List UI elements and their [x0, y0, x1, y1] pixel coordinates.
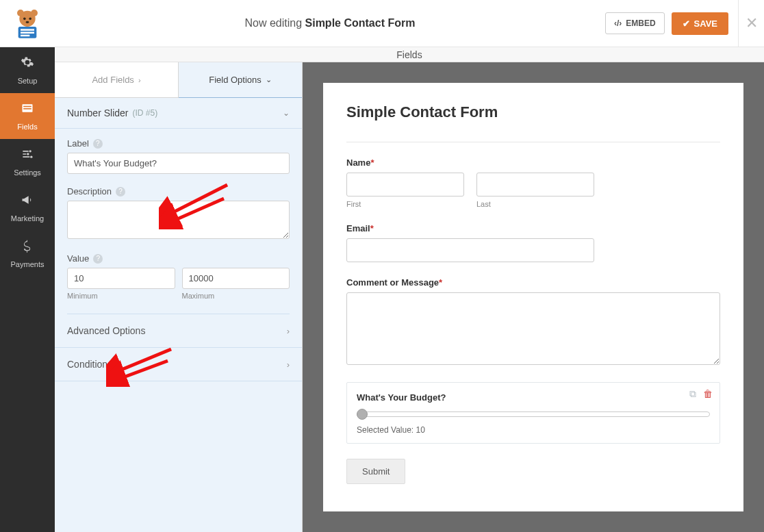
chevron-right-icon: › — [287, 359, 290, 370]
tab-field-options[interactable]: Field Options ⌄ — [179, 62, 302, 98]
last-name-input[interactable] — [476, 173, 594, 197]
chevron-right-icon: › — [287, 326, 290, 336]
help-icon[interactable]: ? — [93, 139, 103, 149]
preview-form-title: Simple Contact Form — [346, 103, 720, 121]
svg-rect-9 — [21, 35, 29, 37]
code-icon: ‹/› — [614, 18, 622, 28]
label-text: Value — [67, 253, 89, 264]
dollar-icon — [21, 239, 34, 256]
svg-rect-7 — [21, 29, 34, 31]
svg-point-13 — [29, 150, 31, 152]
last-sublabel: Last — [476, 200, 594, 208]
sidebar-item-settings[interactable]: Settings — [0, 139, 55, 185]
value-field-group: Value ? Minimum Maximum — [55, 244, 302, 303]
save-label: SAVE — [694, 18, 717, 29]
fields-header: Fields — [55, 47, 764, 62]
email-field[interactable]: Email* — [346, 223, 720, 262]
slider-selected-value: Selected Value: 10 — [357, 425, 710, 435]
chevron-down-icon: ⌄ — [283, 108, 290, 118]
main-sidebar: Setup Fields Settings Marketing Payments — [0, 47, 55, 532]
svg-point-2 — [31, 10, 38, 16]
conditionals-row[interactable]: Conditionals › — [55, 348, 302, 381]
slider-track[interactable] — [357, 409, 710, 420]
field-type-name: Number Slider — [67, 107, 128, 118]
tab-label: Add Fields — [92, 75, 133, 85]
comment-field[interactable]: Comment or Message* — [346, 277, 720, 367]
duplicate-icon[interactable]: ⧉ — [689, 388, 696, 400]
help-icon[interactable]: ? — [116, 187, 125, 197]
slider-bar — [357, 411, 710, 417]
required-star: * — [370, 157, 374, 168]
svg-point-1 — [17, 10, 24, 16]
row-label: Advanced Options — [67, 325, 145, 336]
svg-point-3 — [23, 18, 26, 21]
advanced-options-row[interactable]: Advanced Options › — [55, 314, 302, 348]
field-section-header[interactable]: Number Slider (ID #5) ⌄ — [55, 98, 302, 129]
chevron-right-icon: › — [138, 76, 141, 84]
field-label: Email — [346, 223, 370, 233]
sidebar-item-label: Setup — [18, 77, 38, 85]
slider-field[interactable]: ⧉ 🗑 What's Your Budget? Selected Value: … — [346, 382, 720, 444]
field-label: Comment or Message — [346, 277, 439, 288]
max-value-input[interactable] — [182, 268, 290, 289]
top-header: Now editing Simple Contact Form ‹/› EMBE… — [0, 0, 764, 47]
field-id: (ID #5) — [132, 108, 157, 118]
min-sublabel: Minimum — [67, 292, 175, 300]
close-button[interactable]: ✕ — [738, 0, 764, 47]
selected-label: Selected Value: — [357, 425, 413, 435]
form-title: Simple Contact Form — [305, 17, 416, 29]
embed-button[interactable]: ‹/› EMBED — [605, 12, 665, 34]
sidebar-item-label: Marketing — [11, 214, 44, 223]
svg-rect-11 — [23, 106, 31, 107]
editing-title: Now editing Simple Contact Form — [55, 17, 605, 29]
divider — [346, 142, 720, 142]
sidebar-item-fields[interactable]: Fields — [0, 93, 55, 139]
slider-thumb[interactable] — [357, 409, 368, 420]
comment-input[interactable] — [346, 292, 720, 365]
sidebar-item-marketing[interactable]: Marketing — [0, 185, 55, 231]
description-field-group: Description ? — [55, 177, 302, 244]
first-name-input[interactable] — [346, 173, 464, 197]
email-input[interactable] — [346, 238, 594, 262]
label-text: Label — [67, 138, 89, 149]
trash-icon[interactable]: 🗑 — [703, 388, 713, 400]
tab-add-fields[interactable]: Add Fields › — [55, 62, 179, 98]
preview-canvas: Simple Contact Form Name* First — [323, 83, 743, 511]
label-input[interactable] — [67, 153, 290, 174]
description-input[interactable] — [67, 201, 290, 239]
editing-prefix: Now editing — [244, 17, 302, 29]
min-value-input[interactable] — [67, 268, 175, 289]
max-sublabel: Maximum — [182, 292, 290, 300]
sidebar-item-label: Payments — [11, 260, 44, 268]
chevron-down-icon: ⌄ — [266, 75, 272, 84]
options-sidebar: Add Fields › Field Options ⌄ Number Slid… — [55, 62, 303, 532]
svg-rect-8 — [21, 32, 34, 34]
app-logo — [0, 0, 55, 47]
name-field[interactable]: Name* First Last — [346, 157, 720, 208]
svg-point-14 — [27, 153, 29, 155]
label-field-group: Label ? — [55, 129, 302, 177]
help-icon[interactable]: ? — [93, 254, 103, 264]
bullhorn-icon — [21, 193, 34, 210]
svg-point-4 — [29, 18, 31, 21]
sidebar-item-label: Fields — [17, 123, 37, 131]
header-actions: ‹/› EMBED ✔ SAVE — [605, 12, 738, 35]
gear-icon — [21, 55, 34, 73]
embed-label: EMBED — [626, 18, 655, 28]
save-button[interactable]: ✔ SAVE — [672, 12, 728, 35]
sliders-icon — [21, 147, 34, 164]
slider-label: What's Your Budget? — [357, 392, 710, 403]
selected-value: 10 — [416, 425, 425, 435]
svg-point-5 — [26, 21, 29, 23]
row-label: Conditionals — [67, 359, 120, 370]
required-star: * — [370, 223, 374, 233]
field-label: Name — [346, 157, 370, 168]
required-star: * — [439, 277, 442, 288]
label-text: Description — [67, 186, 112, 197]
svg-point-15 — [30, 156, 32, 158]
check-icon: ✔ — [683, 18, 690, 29]
sidebar-item-payments[interactable]: Payments — [0, 231, 55, 277]
sidebar-item-label: Settings — [14, 168, 41, 177]
sidebar-item-setup[interactable]: Setup — [0, 47, 55, 93]
submit-button[interactable]: Submit — [346, 459, 405, 484]
